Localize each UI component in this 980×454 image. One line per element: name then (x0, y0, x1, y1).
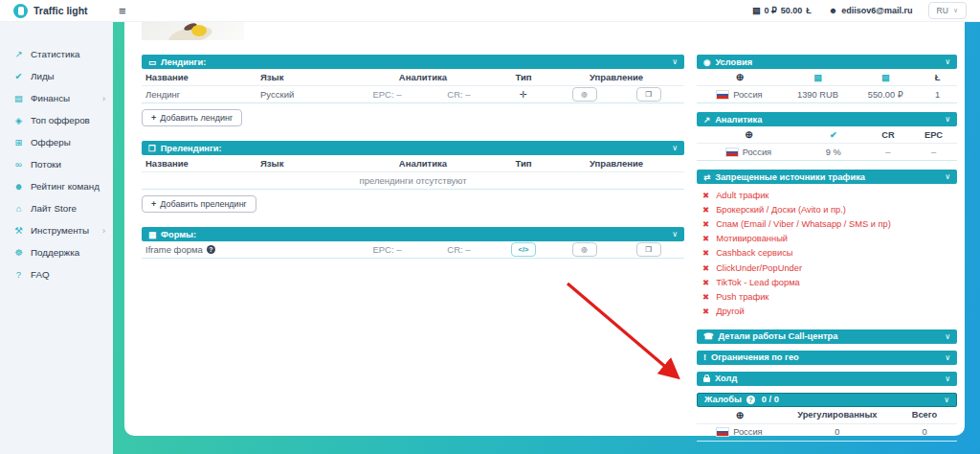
sidebar-item-top-offers[interactable]: ◈ Топ офферов (0, 109, 113, 131)
landing-language: Русский (260, 89, 351, 100)
chart-line-icon: ↗ (703, 115, 710, 125)
complaints-panel-header[interactable]: Жалобы ? 0 / 0 ∨ (697, 393, 957, 407)
traffic-light-logo-icon (13, 4, 28, 18)
phone-icon: ☎ (703, 331, 714, 341)
call-center-panel-header[interactable]: ☎ Детали работы Call-центра ∨ (697, 329, 957, 344)
geo-restrictions-panel-header[interactable]: ! Ограничения по гео ∨ (697, 351, 957, 365)
form-copy-button[interactable]: ❐ (636, 242, 661, 257)
form-name: Iframe форма (145, 244, 203, 255)
form-code-button[interactable]: </> (511, 242, 536, 257)
wallet-icon: ▤ (13, 93, 24, 103)
forbidden-sources-header[interactable]: ⇄ Запрещенные источники трафика ∨ (697, 170, 957, 184)
code-icon: </> (519, 245, 529, 254)
hamburger-icon[interactable]: ≡ (119, 5, 126, 17)
help-icon[interactable]: ? (207, 245, 215, 254)
terms-price: 1390 RUB (783, 90, 853, 100)
russia-flag-icon (717, 91, 728, 99)
forbidden-item: ✖TikTok - Lead форма (699, 275, 955, 289)
trophy-icon: ◈ (13, 115, 24, 125)
prelandings-empty-row: прелендинги отсутствуют (142, 172, 684, 190)
landings-panel-header[interactable]: ▭ Лендинги: ∨ (142, 55, 684, 69)
complaints-panel: Жалобы ? 0 / 0 ∨ ⊕ Урегулированных Всего… (697, 393, 957, 442)
plus-icon: + (151, 113, 156, 123)
chart-line-icon: ↗ (13, 49, 24, 59)
chevron-down-icon: ∨ (944, 396, 949, 404)
brand[interactable]: Traffic light (13, 4, 105, 18)
users-icon: ☻ (13, 181, 24, 192)
hold-title: Холд (715, 374, 737, 383)
forms-panel-header[interactable]: ▦ Формы: ∨ (142, 227, 684, 241)
chevron-down-icon: ∨ (945, 57, 950, 66)
lite-currency-icon: Ł (935, 73, 941, 82)
language-selector[interactable]: RU ∨ (928, 2, 967, 19)
analytics-table-header: ⊕ ✔ CR EPC (697, 126, 957, 144)
lock-icon (703, 377, 710, 382)
x-mark-icon: ✖ (702, 263, 709, 273)
chevron-right-icon: › (102, 94, 105, 103)
exclamation-icon: ! (703, 352, 706, 362)
lite-currency-icon: Ł (806, 6, 812, 15)
offer-photo (142, 22, 244, 40)
help-icon[interactable]: ? (746, 396, 755, 404)
settings-icon: ◎ (581, 90, 588, 99)
chevron-down-icon: ∨ (953, 7, 958, 14)
analytics-country: Россия (743, 148, 772, 157)
balance[interactable]: ▤ 0 ₽ 50.00 Ł (752, 6, 812, 15)
forbidden-item: ✖Спам (Email / Viber / Whatsapp / SMS и … (699, 216, 955, 231)
terms-panel-header[interactable]: ◉ Условия ∨ (697, 55, 957, 69)
copy-icon: ❐ (645, 90, 652, 99)
forbidden-item: ✖Adult трафик (699, 188, 955, 202)
offer-info-column: ◉ Условия ∨ ⊕ ▤ ▤ Ł Россия 1390 RUB 5 (697, 55, 957, 450)
globe-icon: ⊕ (745, 129, 752, 140)
geo-restrictions-title: Ограничения по гео (711, 352, 799, 362)
prelandings-table-header: Название Язык Аналитика Тип Управление (142, 155, 684, 172)
prelandings-panel-header[interactable]: ❐ Прелендинги: ∨ (142, 141, 684, 155)
sidebar: ↗ Статистика ✔ Лиды ▤ Финансы › ◈ Топ оф… (0, 22, 113, 454)
landings-panel: ▭ Лендинги: ∨ Название Язык Аналитика Ти… (142, 55, 684, 103)
chevron-down-icon: ∨ (945, 115, 950, 124)
wallet-icon: ▤ (752, 6, 761, 15)
eye-icon: ◉ (703, 57, 710, 67)
russia-flag-icon (726, 148, 738, 156)
copy-icon: ❐ (148, 144, 156, 153)
x-mark-icon: ✖ (702, 205, 709, 215)
sidebar-item-support[interactable]: ☸ Поддержка (0, 241, 113, 263)
forbidden-item: ✖Другой (699, 305, 955, 319)
terms-country: Россия (733, 90, 763, 100)
sidebar-item-tools[interactable]: ⚒ Инструменты › (0, 219, 113, 241)
form-view-button[interactable]: ◎ (572, 242, 597, 257)
sidebar-item-team-rating[interactable]: ☻ Рейтинг команд (0, 175, 113, 197)
sidebar-item-faq[interactable]: ? FAQ (0, 263, 113, 285)
complaints-title: Жалобы (704, 395, 742, 404)
account-menu[interactable]: ☻ ediisov6@mail.ru (829, 6, 913, 15)
top-header: Traffic light ≡ ▤ 0 ₽ 50.00 Ł ☻ ediisov6… (0, 0, 980, 22)
landing-copy-button[interactable]: ❐ (636, 87, 661, 102)
globe-icon: ⊕ (736, 72, 744, 82)
sidebar-item-finances[interactable]: ▤ Финансы › (0, 87, 113, 109)
add-landing-button[interactable]: + Добавить лендинг (142, 109, 242, 126)
balance-rub: 0 ₽ (765, 6, 777, 15)
price-icon: ▤ (813, 73, 822, 82)
prelandings-panel: ❐ Прелендинги: ∨ Название Язык Аналитика… (142, 141, 684, 190)
add-prelanding-button[interactable]: + Добавить прелендинг (142, 195, 256, 213)
chevron-right-icon: › (102, 226, 105, 236)
sidebar-item-offers[interactable]: ⊞ Офферы (0, 131, 113, 153)
complaints-settled: 0 (783, 427, 892, 437)
terms-row: Россия 1390 RUB 550.00 ₽ 1 (697, 86, 957, 103)
forbidden-item: ✖Брокерский / Доски (Avito и пр.) (699, 202, 955, 216)
sidebar-item-lite-store[interactable]: ⌂ Лайт Store (0, 197, 113, 219)
prelandings-panel-title: Прелендинги: (161, 144, 222, 153)
sidebar-item-leads[interactable]: ✔ Лиды (0, 65, 113, 87)
sidebar-item-flows[interactable]: ∞ Потоки (0, 153, 113, 175)
hold-panel-header[interactable]: Холд ∨ (697, 372, 957, 386)
offer-main-column: ▭ Лендинги: ∨ Название Язык Аналитика Ти… (142, 22, 684, 450)
terms-lite: 1 (918, 90, 957, 100)
forbidden-sources-panel: ⇄ Запрещенные источники трафика ∨ ✖Adult… (697, 170, 957, 321)
analytics-panel-header[interactable]: ↗ Аналитика ∨ (697, 112, 957, 126)
terms-payout: 550.00 ₽ (853, 89, 918, 100)
window-icon: ▭ (148, 57, 156, 67)
sidebar-item-statistics[interactable]: ↗ Статистика (0, 43, 113, 65)
terms-panel-title: Условия (715, 57, 752, 67)
landing-view-button[interactable]: ◎ (572, 87, 597, 102)
x-mark-icon: ✖ (702, 248, 709, 258)
